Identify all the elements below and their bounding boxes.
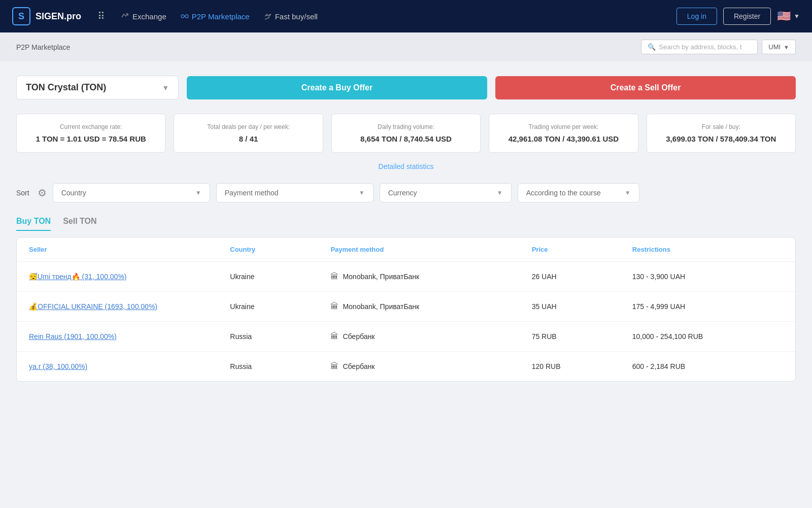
chevron-down-icon: ▼ <box>784 44 789 50</box>
top-row: TON Crystal (TON) ▼ Create a Buy Offer C… <box>16 76 796 99</box>
country-cell: Russia <box>230 362 330 370</box>
price-cell: 26 UAH <box>532 273 632 281</box>
flag-icon: 🇺🇸 <box>777 10 791 23</box>
price-cell: 35 UAH <box>532 302 632 311</box>
svg-point-0 <box>181 15 184 18</box>
create-sell-button[interactable]: Create a Sell Offer <box>495 76 796 99</box>
currency-filter[interactable]: Currency ▼ <box>380 183 512 202</box>
offers-table: Seller Country Payment method Price Rest… <box>16 237 796 382</box>
payment-cell: 🏛 Monobank, ПриватБанк <box>330 302 531 311</box>
country-filter[interactable]: Country ▼ <box>53 183 210 202</box>
chevron-down-icon: ▼ <box>497 189 503 196</box>
seller-link[interactable]: 😴Umi тренд🔥 (31, 100.00%) <box>29 273 230 281</box>
seller-link[interactable]: 💰OFFICIAL UKRAINE (1693, 100.00%) <box>29 302 230 311</box>
main-content: TON Crystal (TON) ▼ Create a Buy Offer C… <box>0 61 812 396</box>
chevron-down-icon: ▼ <box>195 189 201 196</box>
stat-daily-volume-label: Daily trading volume: <box>344 123 468 130</box>
grid-icon[interactable]: ⠿ <box>97 10 105 22</box>
payment-cell: 🏛 Monobank, ПриватБанк <box>330 272 531 281</box>
tab-buy[interactable]: Buy TON <box>16 217 51 231</box>
breadcrumb-bar: P2P Marketplace 🔍 Search by address, blo… <box>0 32 812 61</box>
seller-link[interactable]: Rein Raus (1901, 100.00%) <box>29 332 230 341</box>
nav-p2p[interactable]: P2P Marketplace <box>181 12 250 21</box>
currency-selector[interactable]: UMI ▼ <box>762 40 796 54</box>
payment-filter[interactable]: Payment method ▼ <box>216 183 374 202</box>
logo[interactable]: S SIGEN.pro <box>12 7 81 25</box>
stats-row: Current exchange rate: 1 TON = 1.01 USD … <box>16 114 796 153</box>
stat-weekly-volume: Trading volume per week: 42,961.08 TON /… <box>489 114 638 153</box>
payment-value: Сбербанк <box>343 332 375 341</box>
coin-selector[interactable]: TON Crystal (TON) ▼ <box>16 76 179 99</box>
search-area: 🔍 Search by address, blocks, t UMI ▼ <box>641 40 796 54</box>
sort-row: Sort ⚙ Country ▼ Payment method ▼ Curren… <box>16 183 796 202</box>
detailed-link-container: Detailed statistics <box>16 162 796 171</box>
table-row: ya.r (38, 100.00%) Russia 🏛 Сбербанк 120… <box>17 352 795 381</box>
stat-deals: Total deals per day / per week: 8 / 41 <box>174 114 323 153</box>
country-cell: Russia <box>230 332 330 341</box>
nav-p2p-label: P2P Marketplace <box>192 12 250 21</box>
th-seller: Seller <box>29 246 230 253</box>
stat-deals-label: Total deals per day / per week: <box>186 123 310 130</box>
stat-deals-value: 8 / 41 <box>186 134 310 143</box>
currency-placeholder: Currency <box>388 189 417 197</box>
logo-text: SIGEN.pro <box>36 11 81 22</box>
currency-value: UMI <box>768 43 781 51</box>
register-button[interactable]: Register <box>723 8 771 25</box>
login-button[interactable]: Log in <box>676 8 717 25</box>
svg-point-1 <box>185 15 188 18</box>
stat-weekly-volume-label: Trading volume per week: <box>501 123 625 130</box>
country-cell: Ukraine <box>230 302 330 311</box>
price-cell: 75 RUB <box>532 332 632 341</box>
chevron-down-icon: ▼ <box>162 84 169 92</box>
payment-value: Monobank, ПриватБанк <box>343 273 419 281</box>
course-filter[interactable]: According to the course ▼ <box>518 183 639 202</box>
chevron-down-icon: ▼ <box>625 189 631 196</box>
bank-icon: 🏛 <box>330 272 339 281</box>
breadcrumb: P2P Marketplace <box>16 43 70 51</box>
stat-daily-volume: Daily trading volume: 8,654 TON / 8,740.… <box>331 114 481 153</box>
language-selector[interactable]: 🇺🇸 ▼ <box>777 10 800 23</box>
table-row: Rein Raus (1901, 100.00%) Russia 🏛 Сберб… <box>17 322 795 352</box>
course-value: According to the course <box>526 189 601 197</box>
tab-sell[interactable]: Sell TON <box>63 217 96 231</box>
stat-exchange-rate-value: 1 TON = 1.01 USD = 78.54 RUB <box>29 134 153 143</box>
country-placeholder: Country <box>61 189 86 197</box>
stat-exchange-rate-label: Current exchange rate: <box>29 123 153 130</box>
nav-fastbuy[interactable]: Fast buy/sell <box>264 12 318 21</box>
search-placeholder: Search by address, blocks, t <box>659 43 741 51</box>
stat-for-sale-label: For sale / buy: <box>659 123 783 130</box>
tab-section: Buy TON Sell TON <box>16 217 796 231</box>
stat-daily-volume-value: 8,654 TON / 8,740.54 USD <box>344 134 468 143</box>
nav-links: Exchange P2P Marketplace Fast buy/sell <box>121 12 660 21</box>
stat-exchange-rate: Current exchange rate: 1 TON = 1.01 USD … <box>16 114 165 153</box>
stat-for-sale-value: 3,699.03 TON / 578,409.34 TON <box>659 134 783 143</box>
chevron-down-icon: ▼ <box>359 189 365 196</box>
restrictions-cell: 175 - 4,999 UAH <box>632 302 783 311</box>
search-box[interactable]: 🔍 Search by address, blocks, t <box>641 40 758 54</box>
th-country: Country <box>230 246 330 253</box>
nav-fastbuy-label: Fast buy/sell <box>275 12 318 21</box>
nav-exchange-label: Exchange <box>132 12 166 21</box>
sort-label: Sort <box>16 189 29 197</box>
logo-icon: S <box>12 7 30 25</box>
search-icon: 🔍 <box>648 43 656 51</box>
bank-icon: 🏛 <box>330 332 339 341</box>
nav-exchange[interactable]: Exchange <box>121 12 166 21</box>
create-buy-button[interactable]: Create a Buy Offer <box>187 76 487 99</box>
seller-link[interactable]: ya.r (38, 100.00%) <box>29 362 230 370</box>
stat-for-sale: For sale / buy: 3,699.03 TON / 578,409.3… <box>647 114 796 153</box>
coin-value: TON Crystal (TON) <box>26 82 106 93</box>
table-row: 😴Umi тренд🔥 (31, 100.00%) Ukraine 🏛 Mono… <box>17 262 795 292</box>
settings-icon[interactable]: ⚙ <box>38 187 47 199</box>
table-header: Seller Country Payment method Price Rest… <box>17 238 795 262</box>
payment-cell: 🏛 Сбербанк <box>330 332 531 341</box>
payment-placeholder: Payment method <box>225 189 279 197</box>
restrictions-cell: 130 - 3,900 UAH <box>632 273 783 281</box>
th-payment: Payment method <box>330 246 531 253</box>
restrictions-cell: 10,000 - 254,100 RUB <box>632 332 783 341</box>
bank-icon: 🏛 <box>330 362 339 371</box>
chevron-down-icon: ▼ <box>794 13 800 20</box>
th-restrictions: Restrictions <box>632 246 783 253</box>
detailed-statistics-link[interactable]: Detailed statistics <box>379 162 434 171</box>
tabs: Buy TON Sell TON <box>16 217 796 231</box>
